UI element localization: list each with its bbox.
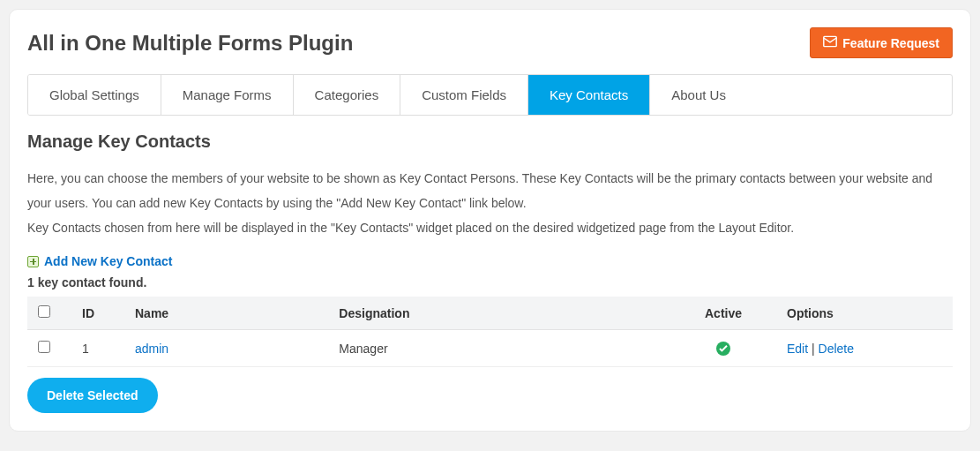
options-separator: | <box>808 342 818 356</box>
count-text: 1 key contact found. <box>27 275 953 289</box>
col-designation: Designation <box>328 297 670 330</box>
tab-categories[interactable]: Categories <box>294 75 401 115</box>
edit-link[interactable]: Edit <box>787 342 808 356</box>
feature-request-label: Feature Request <box>842 36 939 50</box>
cell-name: admin <box>124 330 328 367</box>
col-options: Options <box>776 297 953 330</box>
col-name: Name <box>124 297 328 330</box>
table-row: 1 admin Manager Edit | Delete <box>27 330 953 367</box>
contact-name-link[interactable]: admin <box>135 342 168 356</box>
cell-active <box>670 330 776 367</box>
add-contact-row: Add New Key Contact <box>27 254 953 268</box>
cell-check <box>27 330 71 367</box>
row-checkbox[interactable] <box>38 341 50 353</box>
tab-manage-forms[interactable]: Manage Forms <box>161 75 294 115</box>
plus-icon <box>27 256 39 267</box>
section-description: Here, you can choose the members of your… <box>27 166 953 240</box>
select-all-checkbox[interactable] <box>38 305 50 318</box>
cell-id: 1 <box>71 330 124 367</box>
description-line-1: Here, you can choose the members of your… <box>27 171 932 210</box>
tab-about-us[interactable]: About Us <box>650 75 747 115</box>
envelope-icon <box>823 35 837 50</box>
cell-designation: Manager <box>328 330 670 367</box>
feature-request-button[interactable]: Feature Request <box>810 27 953 58</box>
description-line-2: Key Contacts chosen from here will be di… <box>27 221 794 235</box>
col-id: ID <box>71 297 124 330</box>
check-circle-icon <box>716 342 730 356</box>
tabs-nav: Global Settings Manage Forms Categories … <box>27 74 953 116</box>
col-check <box>27 297 71 330</box>
delete-selected-button[interactable]: Delete Selected <box>27 378 158 413</box>
add-new-key-contact-link[interactable]: Add New Key Contact <box>44 254 172 268</box>
delete-link[interactable]: Delete <box>819 342 854 356</box>
tab-custom-fields[interactable]: Custom Fields <box>400 75 528 115</box>
contacts-table: ID Name Designation Active Options 1 adm… <box>27 297 953 367</box>
table-header-row: ID Name Designation Active Options <box>27 297 953 330</box>
cell-options: Edit | Delete <box>776 330 953 367</box>
tab-global-settings[interactable]: Global Settings <box>28 75 161 115</box>
tab-key-contacts[interactable]: Key Contacts <box>528 75 650 115</box>
main-panel: All in One Multiple Forms Plugin Feature… <box>9 9 971 432</box>
page-title: All in One Multiple Forms Plugin <box>27 31 353 56</box>
header-row: All in One Multiple Forms Plugin Feature… <box>27 27 953 58</box>
col-active: Active <box>670 297 776 330</box>
section-title: Manage Key Contacts <box>27 132 953 152</box>
